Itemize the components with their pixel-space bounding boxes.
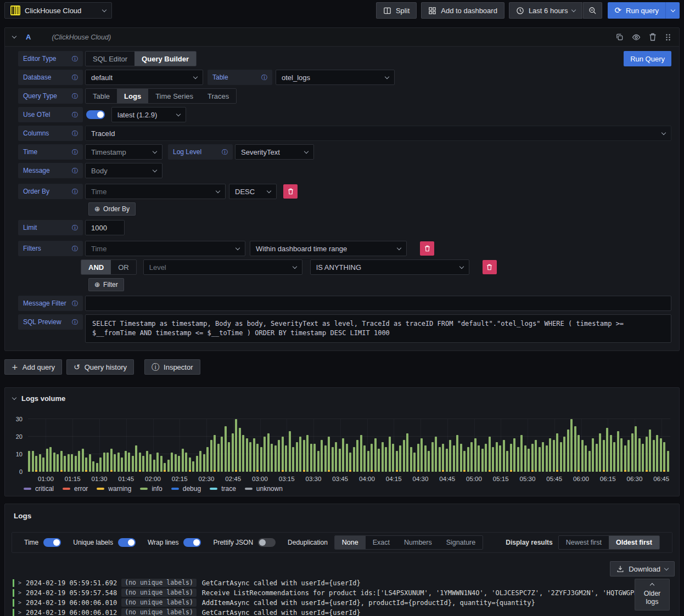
tab-sql-editor[interactable]: SQL Editor	[86, 52, 134, 66]
expand-chevron-icon[interactable]: >	[18, 588, 21, 598]
query-type-table[interactable]: Table	[86, 89, 117, 103]
add-to-dashboard-button[interactable]: Add to dashboard	[421, 2, 504, 19]
download-button[interactable]: Download	[610, 561, 675, 577]
log-message: Receive ListRecommendations for product …	[202, 588, 654, 598]
info-icon: ⓘ	[72, 55, 78, 63]
order-by-field-select[interactable]: Time	[85, 184, 226, 199]
dedup-signature[interactable]: Signature	[439, 536, 483, 549]
log-timestamp: 2024-02-19 06:00:06.012	[26, 608, 117, 616]
legend-label: warning	[108, 485, 131, 493]
legend-item-unknown[interactable]: unknown	[245, 485, 283, 493]
collapse-icon[interactable]	[12, 34, 16, 38]
volume-bar	[60, 451, 63, 472]
hide-response-eye-icon[interactable]	[632, 33, 641, 42]
volume-bar	[303, 440, 305, 472]
volume-bar	[613, 442, 615, 472]
query-type-logs[interactable]: Logs	[117, 89, 148, 103]
query-history-button[interactable]: ↺Query history	[66, 359, 134, 375]
volume-bar	[563, 437, 565, 472]
drag-handle-icon[interactable]	[665, 33, 671, 41]
message-column-select[interactable]: Body	[85, 163, 162, 178]
display-newest-first[interactable]: Newest first	[559, 536, 609, 549]
x-axis-tick-label: 01:45	[118, 476, 134, 482]
run-query-inline-button[interactable]: Run Query	[624, 51, 671, 66]
log-level-select[interactable]: SeverityText	[235, 144, 314, 160]
volume-bar	[274, 445, 277, 472]
filter-field-select[interactable]: Time	[85, 241, 245, 256]
legend-item-error[interactable]: error	[63, 485, 88, 493]
prettify-json-toggle[interactable]	[258, 538, 276, 547]
display-oldest-first[interactable]: Oldest first	[609, 536, 659, 549]
legend-item-trace[interactable]: trace	[210, 485, 236, 493]
filter2-operator-select[interactable]: IS ANYTHING	[310, 259, 469, 275]
query-row-header[interactable]: A (ClickHouse Cloud)	[5, 28, 679, 47]
add-order-by-button[interactable]: ⊕Order By	[88, 202, 136, 216]
remove-order-by-button[interactable]	[283, 184, 298, 199]
collapse-icon[interactable]	[12, 395, 16, 400]
volume-bar	[342, 438, 344, 472]
volume-bar	[263, 437, 266, 472]
table-select[interactable]: otel_logs	[276, 70, 395, 85]
split-button[interactable]: Split	[376, 2, 417, 19]
bool-or[interactable]: OR	[111, 260, 136, 274]
query-type-traces[interactable]: Traces	[200, 89, 236, 103]
add-filter-button[interactable]: ⊕Filter	[88, 278, 124, 291]
time-column-select[interactable]: Timestamp	[85, 144, 162, 160]
volume-bar	[410, 447, 412, 472]
legend-item-debug[interactable]: debug	[171, 485, 201, 493]
log-row[interactable]: >2024-02-19 05:59:51.692(no unique label…	[12, 578, 679, 588]
columns-multiselect[interactable]: TraceId	[85, 126, 671, 141]
bool-and[interactable]: AND	[81, 260, 111, 274]
remove-filter-button[interactable]	[420, 241, 434, 256]
x-axis-tick-label: 04:00	[359, 476, 375, 482]
run-query-dropdown[interactable]	[665, 2, 680, 19]
expand-chevron-icon[interactable]: >	[18, 578, 21, 588]
log-row[interactable]: >2024-02-19 06:00:06.010(no unique label…	[12, 598, 679, 608]
log-message: GetCartAsync called with userId={userId}	[202, 578, 361, 588]
time-range-picker[interactable]: Last 6 hours	[509, 2, 583, 19]
tab-query-builder[interactable]: Query Builder	[134, 52, 196, 66]
otel-version-select[interactable]: latest (1.2.9)	[111, 107, 186, 122]
legend-item-critical[interactable]: critical	[24, 485, 54, 493]
limit-input[interactable]	[85, 220, 125, 235]
legend-item-info[interactable]: info	[140, 485, 162, 493]
volume-bar	[171, 453, 173, 472]
log-row[interactable]: >2024-02-19 05:59:57.548(no unique label…	[12, 588, 679, 598]
zoom-out-time-button[interactable]	[583, 2, 602, 19]
older-logs-button[interactable]: Older logs	[635, 579, 670, 611]
dedup-exact[interactable]: Exact	[366, 536, 397, 549]
filter-operator-select[interactable]: Within dashboard time range	[250, 241, 407, 256]
dedup-none[interactable]: None	[335, 536, 366, 549]
unique-labels-toggle[interactable]	[118, 538, 136, 547]
use-otel-toggle[interactable]	[86, 110, 105, 119]
remove-filter2-button[interactable]	[483, 260, 497, 274]
filter2-field-select[interactable]: Level	[143, 259, 302, 275]
x-axis-tick-label: 05:00	[466, 476, 482, 482]
dedup-numbers[interactable]: Numbers	[397, 536, 439, 549]
log-row[interactable]: >2024-02-19 06:00:06.012(no unique label…	[12, 608, 679, 616]
volume-bar-warning-segment	[282, 470, 284, 472]
expand-chevron-icon[interactable]: >	[18, 608, 21, 616]
volume-bar	[46, 449, 48, 472]
volume-bar-warning-segment	[396, 470, 398, 472]
volume-bar	[175, 454, 177, 472]
volume-bar	[624, 445, 626, 472]
run-query-button[interactable]: ⟳ Run query	[608, 2, 665, 19]
wrap-lines-toggle[interactable]	[183, 538, 201, 547]
time-toggle[interactable]	[43, 538, 61, 547]
order-by-direction-select[interactable]: DESC	[229, 184, 277, 199]
volume-bar	[132, 456, 134, 472]
database-select[interactable]: default	[85, 70, 203, 85]
add-query-button[interactable]: +Add query	[4, 359, 62, 375]
query-type-time-series[interactable]: Time Series	[148, 89, 200, 103]
legend-item-warning[interactable]: warning	[97, 485, 131, 493]
message-filter-input[interactable]	[85, 296, 671, 311]
volume-bar	[371, 444, 373, 472]
duplicate-query-icon[interactable]	[615, 33, 624, 41]
expand-chevron-icon[interactable]: >	[18, 598, 21, 608]
datasource-picker[interactable]: ClickHouse Cloud	[4, 2, 112, 19]
remove-query-trash-icon[interactable]	[649, 33, 657, 41]
volume-bar	[306, 435, 309, 472]
volume-bar	[510, 444, 512, 472]
inspector-button[interactable]: ⓘInspector	[144, 359, 200, 375]
